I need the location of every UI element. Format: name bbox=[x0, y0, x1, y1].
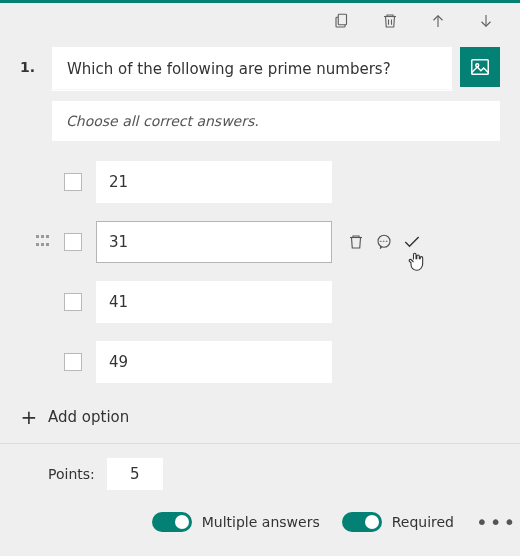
toggle-switch-on-icon bbox=[342, 512, 382, 532]
option-checkbox[interactable] bbox=[64, 233, 82, 251]
svg-rect-1 bbox=[472, 60, 489, 75]
option-row: 49 bbox=[36, 341, 500, 383]
toggle-switch-on-icon bbox=[152, 512, 192, 532]
multiple-answers-toggle[interactable]: Multiple answers bbox=[152, 512, 320, 532]
option-delete-icon[interactable] bbox=[346, 232, 366, 252]
option-text-input[interactable]: 41 bbox=[96, 281, 332, 323]
insert-media-button[interactable] bbox=[460, 47, 500, 87]
multiple-answers-label: Multiple answers bbox=[202, 514, 320, 530]
required-label: Required bbox=[392, 514, 454, 530]
option-checkbox[interactable] bbox=[64, 293, 82, 311]
add-option-button[interactable]: + Add option bbox=[0, 401, 520, 443]
option-correct-check-icon[interactable] bbox=[402, 232, 422, 252]
option-row: 21 bbox=[36, 161, 500, 203]
cursor-hand-icon bbox=[406, 251, 426, 276]
question-text-input[interactable]: Which of the following are prime numbers… bbox=[52, 47, 452, 91]
option-text-input[interactable]: 31 bbox=[96, 221, 332, 263]
points-input[interactable]: 5 bbox=[107, 458, 163, 490]
more-options-icon[interactable]: ••• bbox=[476, 515, 500, 529]
option-row: 31 bbox=[36, 221, 500, 263]
option-checkbox[interactable] bbox=[64, 173, 82, 191]
required-toggle[interactable]: Required bbox=[342, 512, 454, 532]
question-number: 1. bbox=[20, 47, 44, 75]
copy-icon[interactable] bbox=[332, 11, 352, 31]
option-comment-icon[interactable] bbox=[374, 232, 394, 252]
option-text-input[interactable]: 21 bbox=[96, 161, 332, 203]
move-down-icon[interactable] bbox=[476, 11, 496, 31]
trash-icon[interactable] bbox=[380, 11, 400, 31]
question-subtitle[interactable]: Choose all correct answers. bbox=[52, 101, 500, 141]
points-label: Points: bbox=[48, 466, 95, 482]
plus-icon: + bbox=[20, 405, 38, 429]
option-checkbox[interactable] bbox=[64, 353, 82, 371]
move-up-icon[interactable] bbox=[428, 11, 448, 31]
option-text-input[interactable]: 49 bbox=[96, 341, 332, 383]
add-option-label: Add option bbox=[48, 408, 129, 426]
svg-rect-0 bbox=[338, 14, 346, 25]
option-row: 41 bbox=[36, 281, 500, 323]
drag-handle-icon[interactable] bbox=[36, 235, 50, 249]
